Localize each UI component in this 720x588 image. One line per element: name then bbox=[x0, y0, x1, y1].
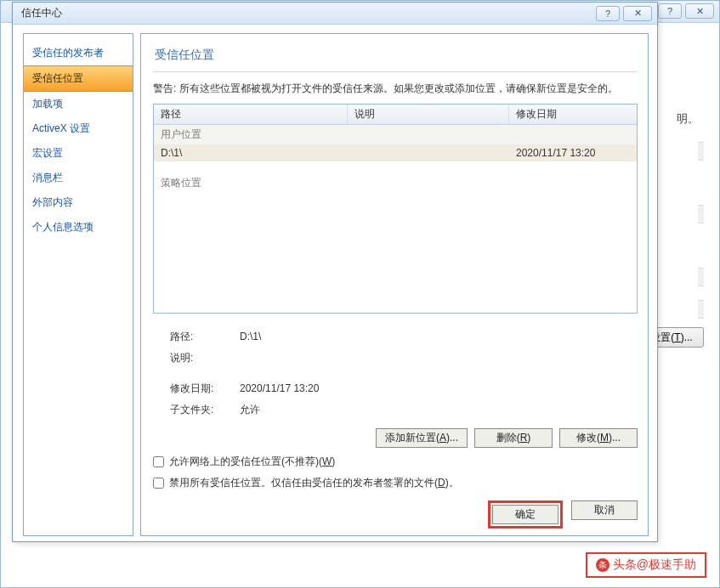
group-user-locations: 用户位置 bbox=[154, 125, 637, 144]
ok-highlight: 确定 bbox=[488, 500, 563, 529]
sidebar-item-external[interactable]: 外部内容 bbox=[24, 190, 133, 215]
disable-all-row: 禁用所有受信任位置。仅信任由受信任的发布者签署的文件(D)。 bbox=[153, 476, 638, 490]
allow-network-checkbox[interactable] bbox=[153, 456, 164, 467]
detail-desc-value bbox=[224, 348, 324, 368]
detail-date-value: 2020/11/17 13:20 bbox=[224, 379, 324, 399]
cancel-button[interactable]: 取消 bbox=[571, 500, 638, 520]
watermark-icon: 条 bbox=[596, 558, 609, 572]
bg-help-button[interactable]: ? bbox=[658, 3, 682, 19]
dialog-title: 信任中心 bbox=[21, 6, 596, 20]
panel-heading: 受信任位置 bbox=[153, 42, 638, 72]
list-header: 路径 说明 修改日期 bbox=[154, 105, 637, 125]
modify-button[interactable]: 修改(M)... bbox=[559, 428, 638, 448]
bg-close-button[interactable]: ✕ bbox=[685, 3, 714, 19]
help-icon: ? bbox=[605, 8, 610, 19]
sidebar-item-activex[interactable]: ActiveX 设置 bbox=[24, 116, 133, 141]
watermark-text: 头条@极速手助 bbox=[613, 557, 696, 573]
details-block: 路径: D:\1\ 说明: 修改日期: 2020/11/17 13:20 子文件… bbox=[153, 325, 638, 421]
watermark: 条 头条@极速手助 bbox=[586, 552, 706, 578]
close-icon: ✕ bbox=[634, 8, 642, 19]
sidebar-item-publishers[interactable]: 受信任的发布者 bbox=[24, 41, 133, 65]
row-path: D:\1\ bbox=[154, 144, 348, 161]
col-path[interactable]: 路径 bbox=[154, 105, 348, 124]
add-location-button[interactable]: 添加新位置(A)... bbox=[376, 428, 468, 448]
ok-button[interactable]: 确定 bbox=[492, 505, 558, 524]
close-button[interactable]: ✕ bbox=[623, 6, 652, 21]
warning-text: 警告: 所有这些位置都被视为打开文件的受信任来源。如果您更改或添加位置，请确保新… bbox=[153, 81, 638, 97]
row-date: 2020/11/17 13:20 bbox=[509, 144, 637, 161]
bg-text-fragment: 明。 bbox=[677, 111, 699, 127]
detail-path-label: 路径: bbox=[155, 327, 223, 347]
sidebar-item-addins[interactable]: 加载项 bbox=[24, 92, 133, 116]
allow-network-row: 允许网络上的受信任位置(不推荐)(W) bbox=[153, 455, 638, 469]
main-panel: 受信任位置 警告: 所有这些位置都被视为打开文件的受信任来源。如果您更改或添加位… bbox=[140, 33, 649, 536]
list-body: 用户位置 D:\1\ 2020/11/17 13:20 策略位置 bbox=[154, 125, 637, 313]
detail-path-value: D:\1\ bbox=[224, 327, 324, 347]
detail-sub-label: 子文件夹: bbox=[155, 400, 223, 420]
trust-center-dialog: 信任中心 ? ✕ 受信任的发布者 受信任位置 加载项 ActiveX 设置 宏设… bbox=[12, 2, 658, 542]
col-date[interactable]: 修改日期 bbox=[509, 105, 637, 124]
disable-all-label[interactable]: 禁用所有受信任位置。仅信任由受信任的发布者签署的文件(D)。 bbox=[169, 476, 459, 490]
row-desc bbox=[348, 144, 509, 161]
allow-network-label[interactable]: 允许网络上的受信任位置(不推荐)(W) bbox=[169, 455, 335, 469]
titlebar: 信任中心 ? ✕ bbox=[13, 3, 657, 25]
help-button[interactable]: ? bbox=[596, 6, 620, 21]
table-row[interactable]: D:\1\ 2020/11/17 13:20 bbox=[154, 144, 637, 161]
remove-button[interactable]: 删除(R) bbox=[474, 428, 553, 448]
sidebar-item-privacy[interactable]: 个人信息选项 bbox=[24, 215, 133, 240]
locations-list: 路径 说明 修改日期 用户位置 D:\1\ 2020/11/17 13:20 策… bbox=[153, 104, 638, 314]
detail-desc-label: 说明: bbox=[155, 348, 223, 368]
sidebar-item-messagebar[interactable]: 消息栏 bbox=[24, 166, 133, 190]
col-desc[interactable]: 说明 bbox=[348, 105, 509, 124]
group-policy-locations: 策略位置 bbox=[154, 173, 637, 193]
sidebar: 受信任的发布者 受信任位置 加载项 ActiveX 设置 宏设置 消息栏 外部内… bbox=[23, 33, 133, 536]
detail-sub-value: 允许 bbox=[224, 400, 324, 420]
disable-all-checkbox[interactable] bbox=[153, 478, 164, 489]
action-buttons: 添加新位置(A)... 删除(R) 修改(M)... bbox=[153, 428, 638, 448]
dialog-footer: 确定 取消 bbox=[153, 490, 638, 529]
sidebar-item-trusted-locations[interactable]: 受信任位置 bbox=[24, 65, 133, 92]
detail-date-label: 修改日期: bbox=[155, 379, 223, 399]
sidebar-item-macro[interactable]: 宏设置 bbox=[24, 141, 133, 166]
